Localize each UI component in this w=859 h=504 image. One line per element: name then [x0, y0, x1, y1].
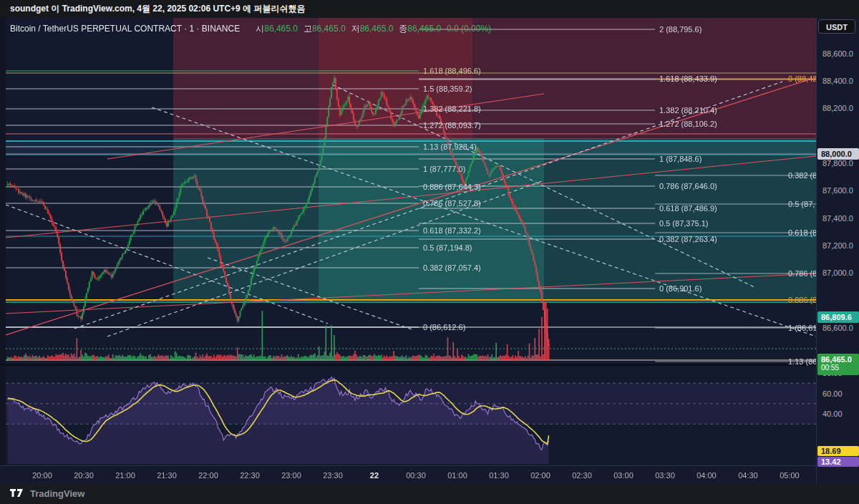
price-tick: 88,400.0 [822, 76, 853, 86]
time-tick: 01:30 [489, 470, 509, 480]
time-tick: 22:00 [198, 470, 218, 480]
indicator-tick: 60.00 [822, 389, 843, 399]
time-tick: 02:00 [530, 470, 550, 480]
time-tick: 20:30 [74, 470, 94, 480]
publish-bar: soundget 이 TradingView.com, 4월 22, 2025 … [0, 0, 859, 18]
time-tick: 21:00 [115, 470, 135, 480]
last-price-value: 86,465.0 [821, 355, 859, 364]
currency-unit-button[interactable]: USDT [818, 19, 855, 34]
time-tick: 23:00 [281, 470, 301, 480]
time-tick: 05:00 [780, 470, 800, 480]
price-tick: 87,800.0 [822, 158, 853, 168]
time-tick: 03:00 [613, 470, 634, 480]
price-tick: 87,200.0 [822, 241, 853, 251]
price-axis[interactable]: USDT 88,000.0 86,809.6 86,465.0 00:55 18… [816, 18, 859, 484]
alert-price-badge: 86,809.6 [817, 311, 859, 323]
time-tick: 03:30 [655, 470, 675, 480]
time-tick: 22 [370, 470, 379, 480]
time-tick: 21:30 [157, 470, 177, 480]
price-tick: 87,600.0 [822, 185, 853, 195]
rsi-ma-value-badge: 18.69 [817, 446, 859, 456]
price-tick: 88,200.0 [822, 103, 853, 113]
candle-countdown: 00:55 [821, 364, 859, 372]
publish-text: soundget 이 TradingView.com, 4월 22, 2025 … [10, 4, 305, 14]
time-tick: 04:30 [738, 470, 758, 480]
indicator-tick: 40.00 [822, 409, 843, 419]
brand-name[interactable]: TradingView [30, 488, 84, 499]
price-chart-canvas[interactable] [0, 18, 816, 465]
last-price-badge: 86,465.0 00:55 [817, 354, 859, 375]
footer-bar: TradingView [0, 484, 859, 504]
tradingview-logo-icon[interactable] [10, 489, 26, 502]
time-tick: 23:30 [323, 470, 343, 480]
price-tick: 88,600.0 [822, 49, 853, 59]
rsi-value-badge: 13.42 [817, 457, 859, 467]
price-tick: 86,600.0 [822, 323, 853, 333]
time-tick: 01:00 [447, 470, 467, 480]
time-tick: 00:30 [406, 470, 426, 480]
time-tick: 20:00 [32, 470, 52, 480]
price-tick: 87,400.0 [822, 213, 853, 223]
time-tick: 02:30 [572, 470, 592, 480]
axis-highlight-badge: 88,000.0 [817, 148, 859, 160]
time-tick: 22:30 [240, 470, 260, 480]
time-axis[interactable]: 20:0020:3021:0021:3022:0022:3023:0023:30… [0, 465, 816, 484]
time-tick: 04:00 [697, 470, 717, 480]
price-tick: 87,000.0 [822, 268, 853, 278]
